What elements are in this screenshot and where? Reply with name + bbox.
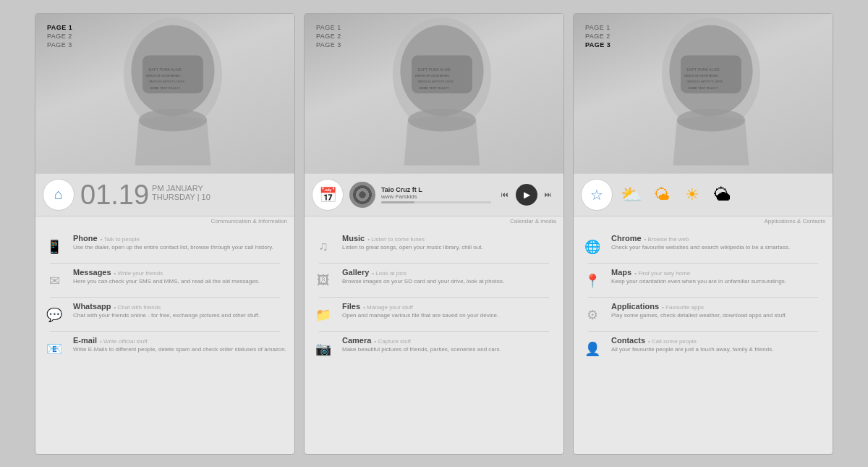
contacts-name: Contacts xyxy=(611,336,645,345)
chrome-desc: Check your favourite websites and search… xyxy=(611,243,825,251)
email-name: E-mail xyxy=(73,336,97,345)
time-ampm: PM JANUARY xyxy=(152,184,210,193)
time-display: 01.19 PM JANUARY THURSDAY | 10 xyxy=(80,181,210,209)
gallery-tagline: • Look at pics xyxy=(372,270,407,277)
app-item-phone[interactable]: 📱 Phone • Talk to people Use the dialer,… xyxy=(43,231,287,261)
app-item-camera[interactable]: 📷 Camera • Capture stuff Make beautiful … xyxy=(312,333,556,363)
weather-icon-1: ⛅ xyxy=(618,182,644,208)
email-icon-wrap: 📧 xyxy=(43,337,66,361)
hero-image-3: PAGE 1 PAGE 2 PAGE 3 DAFT PUNK ALIVE KIN… xyxy=(574,14,833,173)
svg-text:SOME TEXT FILLS IT: SOME TEXT FILLS IT xyxy=(420,85,450,89)
contacts-text: Contacts • Call some people All your fav… xyxy=(611,336,825,353)
applications-tagline: • Favourite apps xyxy=(662,304,704,311)
app-item-chrome[interactable]: 🌐 Chrome • Browse the web Check your fav… xyxy=(581,231,825,261)
phone-icon-wrap: 📱 xyxy=(43,235,66,258)
svg-text:KINGS OF LEON MUSIC: KINGS OF LEON MUSIC xyxy=(146,73,180,77)
app-item-applications[interactable]: ⚙ Applications • Favourite apps Play som… xyxy=(581,299,825,329)
phone-desc: Use the dialer, open up the entire conta… xyxy=(73,243,287,251)
section-label-3: Applications & Contacts xyxy=(574,216,833,227)
chrome-icon: 🌐 xyxy=(584,239,600,255)
app-item-maps[interactable]: 📍 Maps • Find your way home Keep your or… xyxy=(581,265,825,295)
calendar-icon: 📅 xyxy=(319,186,337,203)
phone-card-3: PAGE 1 PAGE 2 PAGE 3 DAFT PUNK ALIVE KIN… xyxy=(573,13,833,455)
divider-8 xyxy=(588,297,818,298)
phone-name: Phone xyxy=(73,234,98,243)
divider-9 xyxy=(588,331,818,332)
camera-tagline: • Capture stuff xyxy=(374,338,411,345)
next-button[interactable]: ⏭ xyxy=(540,187,556,203)
app-item-messages[interactable]: ✉ Messages • Write your friends Here you… xyxy=(43,265,287,295)
maps-icon: 📍 xyxy=(584,273,600,289)
email-desc: Write E-Mails to different people, delet… xyxy=(73,345,287,353)
app-item-files[interactable]: 📁 Files • Manage your stuff Open and man… xyxy=(312,299,556,329)
music-app-tagline: • Listen to some tunes xyxy=(367,236,425,243)
robot-illustration-3: DAFT PUNK ALIVE KINGS OF LEON MUSIC VARI… xyxy=(574,14,825,173)
chrome-text: Chrome • Browse the web Check your favou… xyxy=(611,234,825,251)
weather-icon-3: ☀ xyxy=(679,182,705,208)
music-icon-wrap: ♫ xyxy=(312,235,335,258)
app-item-music[interactable]: ♫ Music • Listen to some tunes Listen to… xyxy=(312,231,556,261)
music-app-text: Music • Listen to some tunes Listen to g… xyxy=(342,234,556,251)
svg-point-26 xyxy=(677,108,745,130)
maps-icon-wrap: 📍 xyxy=(581,269,604,293)
svg-text:KINGS OF LEON MUSIC: KINGS OF LEON MUSIC xyxy=(684,73,718,77)
home-icon: ⌂ xyxy=(54,186,63,203)
svg-text:SOME TEXT FILLS IT: SOME TEXT FILLS IT xyxy=(689,85,719,89)
whatsapp-tagline: • Chat with friends xyxy=(114,304,161,311)
music-icon: ♫ xyxy=(318,239,328,254)
whatsapp-name: Whatsapp xyxy=(73,302,111,311)
prev-button[interactable]: ⏮ xyxy=(497,187,513,203)
maps-desc: Keep your oriantation even when you are … xyxy=(611,277,825,285)
applications-name: Applications xyxy=(611,302,659,311)
music-progress-bar[interactable] xyxy=(381,201,491,203)
section-label-1: Communication & Information xyxy=(35,216,294,227)
whatsapp-text: Whatsapp • Chat with friends Chat with y… xyxy=(73,302,287,319)
home-button[interactable]: ⌂ xyxy=(43,179,75,211)
messages-tagline: • Write your friends xyxy=(114,270,163,277)
svg-text:SOME TEXT FILLS IT: SOME TEXT FILLS IT xyxy=(150,85,181,89)
hero-image-1: PAGE 1 PAGE 2 PAGE 3 DAFT PUNK ALIVE KIN… xyxy=(35,14,294,173)
chrome-name: Chrome xyxy=(611,234,642,243)
phone-card-2: PAGE 1 PAGE 2 PAGE 3 DAFT PUNK ALIVE KIN… xyxy=(304,13,564,455)
applications-icon-wrap: ⚙ xyxy=(581,303,604,327)
star-icon: ☆ xyxy=(590,186,603,203)
time-date: THURSDAY | 10 xyxy=(152,193,210,201)
phone-tagline: • Talk to people xyxy=(101,236,140,243)
contacts-icon: 👤 xyxy=(584,341,600,357)
play-button[interactable]: ▶ xyxy=(516,184,537,206)
phone-card-1: PAGE 1 PAGE 2 PAGE 3 DAFT PUNK ALIVE KIN… xyxy=(35,13,295,455)
svg-point-8 xyxy=(139,108,207,130)
calendar-button[interactable]: 📅 xyxy=(312,179,344,211)
app-item-email[interactable]: 📧 E-mail • Write official stuff Write E-… xyxy=(43,333,287,363)
music-info: Taio Cruz ft L www Farskids xyxy=(381,186,491,203)
svg-text:KINGS OF LEON MUSIC: KINGS OF LEON MUSIC xyxy=(415,73,449,77)
star-button[interactable]: ☆ xyxy=(581,179,613,211)
gallery-name: Gallery xyxy=(342,268,369,277)
files-desc: Open and manage various file that are sa… xyxy=(342,311,556,319)
divider-2 xyxy=(50,297,280,298)
divider-3 xyxy=(50,331,280,332)
gallery-text: Gallery • Look at pics Browse images on … xyxy=(342,268,556,285)
contacts-tagline: • Call some people xyxy=(648,338,697,345)
files-tagline: • Manage your stuff xyxy=(363,304,413,311)
messages-icon-wrap: ✉ xyxy=(43,269,66,293)
whatsapp-desc: Chat with your friends online - for free… xyxy=(73,311,287,319)
chrome-icon-wrap: 🌐 xyxy=(581,235,604,258)
divider-7 xyxy=(588,263,818,264)
app-list-2: ♫ Music • Listen to some tunes Listen to… xyxy=(305,227,563,454)
weather-icons: ⛅ 🌤 ☀ 🌥 xyxy=(618,182,825,208)
app-item-gallery[interactable]: 🖼 Gallery • Look at pics Browse images o… xyxy=(312,265,556,295)
divider-4 xyxy=(319,263,549,264)
app-item-contacts[interactable]: 👤 Contacts • Call some people All your f… xyxy=(581,333,825,363)
chrome-tagline: • Browse the web xyxy=(644,236,689,243)
contacts-icon-wrap: 👤 xyxy=(581,337,604,361)
files-name: Files xyxy=(342,302,360,311)
weather-icon-4: 🌥 xyxy=(710,182,736,208)
music-app-desc: Listen to great songs, open your music l… xyxy=(342,243,556,251)
messages-icon: ✉ xyxy=(49,273,60,289)
app-list-1: 📱 Phone • Talk to people Use the dialer,… xyxy=(35,227,294,454)
app-list-3: 🌐 Chrome • Browse the web Check your fav… xyxy=(574,227,833,454)
app-item-whatsapp[interactable]: 💬 Whatsapp • Chat with friends Chat with… xyxy=(43,299,287,329)
email-icon: 📧 xyxy=(46,341,62,357)
messages-text: Messages • Write your friends Here you c… xyxy=(73,268,287,285)
